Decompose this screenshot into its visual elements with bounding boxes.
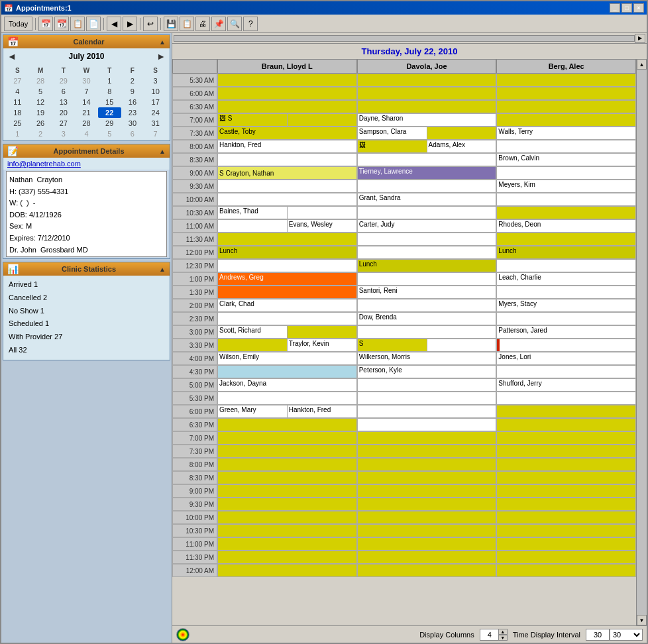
calendar-day-14[interactable]: 14 <box>75 97 98 107</box>
appt-cell[interactable] <box>496 87 636 100</box>
appt-cell[interactable] <box>496 100 636 113</box>
calendar-day-22[interactable]: 22 <box>98 107 121 118</box>
horizontal-scrollbar-track[interactable] <box>174 35 635 42</box>
calendar-day-10[interactable]: 10 <box>144 86 167 97</box>
today-button[interactable]: Today <box>4 17 32 31</box>
appt-cell[interactable] <box>357 180 497 193</box>
appt-cell[interactable] <box>496 312 636 325</box>
calendar-day-8[interactable]: 8 <box>98 86 121 97</box>
calendar-day-30[interactable]: 30 <box>75 76 98 86</box>
clinic-stats-header[interactable]: 📊 Clinic Statistics ▲ <box>3 262 170 276</box>
appt-cell[interactable] <box>496 511 636 524</box>
appt-cell[interactable]: Wilson, Emily <box>217 352 357 365</box>
calendar-day-31[interactable]: 31 <box>144 118 167 129</box>
appt-cell[interactable] <box>217 431 357 445</box>
calendar-day-4[interactable]: 4 <box>75 129 98 139</box>
appt-cell[interactable]: Grant, Sandra <box>357 193 497 206</box>
calendar-day-13[interactable]: 13 <box>52 97 75 107</box>
appt-cell[interactable] <box>357 471 497 484</box>
calendar-day-27[interactable]: 27 <box>52 118 75 129</box>
day-view-icon[interactable]: 📋 <box>70 17 85 31</box>
appt-cell[interactable]: Traylor, Kevin <box>217 339 357 352</box>
appt-cell[interactable] <box>217 498 357 511</box>
appt-cell[interactable] <box>357 325 497 339</box>
appt-cell[interactable] <box>496 551 636 564</box>
search-icon[interactable]: 🔍 <box>227 17 242 31</box>
appt-cell[interactable] <box>357 246 497 259</box>
appt-cell[interactable]: Patterson, Jared <box>496 325 636 339</box>
appt-cell[interactable] <box>496 113 636 127</box>
appt-cell[interactable]: Santori, Reni <box>357 286 497 299</box>
close-button[interactable]: × <box>633 3 644 13</box>
appt-cell[interactable] <box>496 405 636 418</box>
scroll-track[interactable] <box>637 70 647 615</box>
appt-cell[interactable]: Andrews, Greg <box>217 272 357 286</box>
calendar-day-12[interactable]: 12 <box>29 97 52 107</box>
time-interval-input[interactable]: 30 <box>586 629 610 641</box>
calendar-day-11[interactable]: 11 <box>6 97 29 107</box>
appt-cell[interactable] <box>217 445 357 458</box>
appt-cell[interactable] <box>217 392 357 405</box>
appt-cell[interactable]: Rhodes, Deon <box>496 219 636 233</box>
appt-cell[interactable]: S Crayton, Nathan <box>217 166 357 180</box>
calendar-day-24[interactable]: 24 <box>144 107 167 118</box>
calendar-day-27[interactable]: 27 <box>6 76 29 86</box>
appt-cell[interactable] <box>496 445 636 458</box>
save-icon[interactable]: 💾 <box>164 17 178 31</box>
calendar-day-15[interactable]: 15 <box>98 97 121 107</box>
calendar-collapse-arrow[interactable]: ▲ <box>159 38 166 46</box>
calendar-day-16[interactable]: 16 <box>121 97 144 107</box>
clinic-stats-collapse-arrow[interactable]: ▲ <box>159 266 166 273</box>
schedule-container[interactable]: Braun, Lloyd L Davola, Joe Berg, Alec 5:… <box>172 59 636 625</box>
appt-cell[interactable] <box>357 153 497 166</box>
calendar-day-6[interactable]: 6 <box>121 129 144 139</box>
appt-cell[interactable]: Scott, Richard <box>217 325 357 339</box>
appt-cell[interactable] <box>217 564 357 577</box>
appt-cell[interactable] <box>496 140 636 153</box>
print-icon[interactable]: 🖨 <box>195 17 210 31</box>
appt-cell[interactable] <box>217 537 357 551</box>
appt-cell[interactable] <box>217 312 357 325</box>
appt-cell[interactable] <box>217 484 357 498</box>
appt-cell[interactable]: Lunch <box>496 246 636 259</box>
appt-cell[interactable] <box>357 418 497 431</box>
prev-month-button[interactable]: ◄ <box>7 51 17 62</box>
minimize-button[interactable]: _ <box>610 3 620 13</box>
calendar-day-20[interactable]: 20 <box>52 107 75 118</box>
columns-up-button[interactable]: ▲ <box>498 629 508 635</box>
appt-cell[interactable] <box>496 498 636 511</box>
appt-cell[interactable] <box>217 193 357 206</box>
calendar-day-18[interactable]: 18 <box>6 107 29 118</box>
appt-cell[interactable]: Leach, Charlie <box>496 272 636 286</box>
refresh-icon[interactable]: ↩ <box>143 17 158 31</box>
title-bar-controls[interactable]: _ □ × <box>610 3 644 13</box>
appt-cell[interactable] <box>496 259 636 272</box>
columns-down-button[interactable]: ▼ <box>498 635 508 641</box>
calendar-day-28[interactable]: 28 <box>75 118 98 129</box>
appt-cell[interactable] <box>357 445 497 458</box>
calendar-day-2[interactable]: 2 <box>29 129 52 139</box>
appt-cell[interactable] <box>496 564 636 577</box>
appt-cell[interactable] <box>217 471 357 484</box>
appt-cell[interactable] <box>357 498 497 511</box>
calendar-day-9[interactable]: 9 <box>121 86 144 97</box>
month-view-icon[interactable]: 📅 <box>38 17 53 31</box>
appt-cell[interactable] <box>357 564 497 577</box>
appt-cell[interactable] <box>217 153 357 166</box>
appt-cell[interactable] <box>496 537 636 551</box>
appt-cell[interactable] <box>357 233 497 246</box>
appt-cell[interactable]: Lunch <box>357 259 497 272</box>
calendar-day-1[interactable]: 1 <box>6 129 29 139</box>
calendar-day-5[interactable]: 5 <box>29 86 52 97</box>
calendar-day-26[interactable]: 26 <box>29 118 52 129</box>
appt-cell[interactable] <box>496 166 636 180</box>
appt-cell[interactable] <box>496 365 636 378</box>
calendar-day-29[interactable]: 29 <box>98 118 121 129</box>
appt-cell[interactable] <box>357 551 497 564</box>
appt-cell[interactable] <box>357 524 497 537</box>
appt-cell[interactable]: S <box>357 339 497 352</box>
appt-cell[interactable]: Meyers, Kim <box>496 180 636 193</box>
appt-cell[interactable] <box>217 524 357 537</box>
appt-cell[interactable] <box>217 418 357 431</box>
appt-cell[interactable] <box>496 524 636 537</box>
